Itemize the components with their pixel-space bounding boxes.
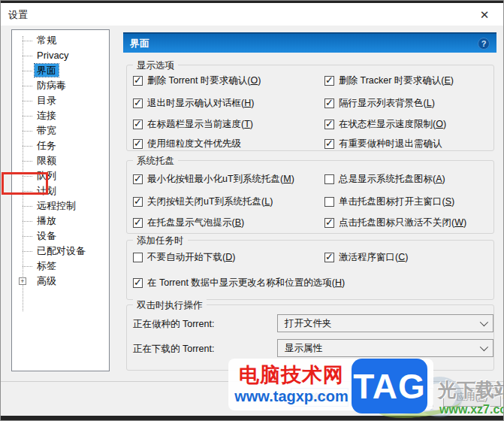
sidebar-item-label: Privacy xyxy=(35,49,71,62)
sidebar-item-directories[interactable]: 目录 xyxy=(12,93,109,108)
checkbox-checked-icon xyxy=(133,197,143,207)
watermark-right-site-text: 光下载站 xyxy=(438,377,504,402)
checkbox-checked-icon xyxy=(324,98,334,108)
checkbox-checked-icon xyxy=(324,139,334,149)
checkbox-checked-icon xyxy=(133,98,143,108)
group-display-options: 显示选项 删除 Torrent 时要求确认(O) 删除 Tracker 时要求确… xyxy=(126,65,494,151)
sidebar-item-quota[interactable]: 限额 xyxy=(12,153,109,168)
checkbox-label: 退出时显示确认对话框(H) xyxy=(147,97,254,110)
checkbox-confirm-delete-tracker[interactable]: 删除 Tracker 时要求确认(E) xyxy=(324,74,454,86)
sidebar-item-label: 高级 xyxy=(35,274,59,287)
checkbox-unchecked-icon xyxy=(133,253,143,262)
sidebar-item-label: 常规 xyxy=(35,34,59,47)
checkbox-checked-icon xyxy=(324,76,334,86)
group-title: 添加任务时 xyxy=(133,235,188,247)
help-icon[interactable]: ? xyxy=(478,38,490,50)
checkbox-checked-icon xyxy=(133,139,143,149)
checkbox-close-to-tray[interactable]: 关闭按钮关闭uT到系统托盘(L) xyxy=(133,195,273,207)
group-when-adding-tasks: 添加任务时 不要自动开始下载(D) 激活程序窗口(C) 在 Torrent 数据… xyxy=(126,240,494,300)
sidebar-item-label: 播放 xyxy=(35,214,59,227)
sidebar-item-label: 限额 xyxy=(35,154,59,167)
checkbox-minimize-to-tray[interactable]: 最小化按钮最小化uT到系统托盘(M) xyxy=(133,173,294,185)
checkbox-fine-grained-priority[interactable]: 使用细粒度文件优先级 xyxy=(133,138,241,150)
checkbox-label: 隔行显示列表背景色(L) xyxy=(339,97,435,110)
checkbox-speed-in-titlebar[interactable]: 在标题栏显示当前速度(T) xyxy=(133,118,253,130)
checkbox-always-show-tray-icon[interactable]: 总是显示系统托盘图标(A) xyxy=(324,173,445,185)
checkbox-checked-icon xyxy=(133,218,143,228)
sidebar-item-general[interactable]: 常规 xyxy=(12,33,109,48)
sidebar-item-label: 设备 xyxy=(35,229,59,242)
sidebar-item-remote[interactable]: 远程控制 xyxy=(12,198,109,214)
sidebar-item-antivirus[interactable]: 防病毒 xyxy=(12,78,109,93)
sidebar-item-advanced[interactable]: + 高级 xyxy=(12,274,109,289)
checkbox-label: 最小化按钮最小化uT到系统托盘(M) xyxy=(147,173,294,186)
sidebar-item-labels[interactable]: 标签 xyxy=(12,259,109,274)
checkbox-show-rename-options[interactable]: 在 Torrent 数据中显示更改名称和位置的选项(H) xyxy=(133,277,345,289)
select-value: 打开文件夹 xyxy=(285,317,332,330)
sidebar-item-label: 已配对设备 xyxy=(35,244,88,257)
panel-header: 界面 ? xyxy=(123,32,496,53)
group-title: 双击时执行操作 xyxy=(133,299,207,312)
checkbox-label: 在托盘显示气泡提示(B) xyxy=(147,217,244,229)
sidebar-item-paired-devices[interactable]: 已配对设备 xyxy=(12,244,109,259)
downloading-torrent-action-select[interactable]: 显示属性 xyxy=(277,339,493,357)
checkbox-checked-icon xyxy=(133,174,143,184)
titlebar: 设置 ✕ xyxy=(1,3,503,26)
checkbox-label: 在状态栏显示速度限制(O) xyxy=(339,118,446,131)
expand-plus-icon[interactable]: + xyxy=(19,277,26,285)
checkbox-label: 有重要做种时退出需确认 xyxy=(339,138,442,150)
checkbox-activate-program-window[interactable]: 激活程序窗口(C) xyxy=(324,251,408,263)
sidebar-item-label: 任务 xyxy=(35,139,59,152)
checkbox-label: 删除 Torrent 时要求确认(O) xyxy=(147,74,261,87)
checkbox-alternate-list-background[interactable]: 隔行显示列表背景色(L) xyxy=(324,97,435,109)
checkbox-label: 在 Torrent 数据中显示更改名称和位置的选项(H) xyxy=(147,277,345,289)
checkbox-checked-icon xyxy=(324,253,334,262)
sidebar-item-ui[interactable]: 界面 xyxy=(12,63,109,78)
checkbox-dont-start-automatically[interactable]: 不要自动开始下载(D) xyxy=(133,251,235,263)
downloading-torrent-label: 正在下载的 Torrent: xyxy=(133,343,214,356)
checkbox-confirm-exit-dialog[interactable]: 退出时显示确认对话框(H) xyxy=(133,97,254,109)
chevron-down-icon xyxy=(480,318,488,326)
select-value: 显示属性 xyxy=(285,342,322,355)
checkbox-label: 关闭按钮关闭uT到系统托盘(L) xyxy=(147,195,273,208)
checkbox-label: 激活程序窗口(C) xyxy=(339,251,408,264)
sidebar-item-privacy[interactable]: Privacy xyxy=(12,48,109,63)
checkbox-label: 删除 Tracker 时要求确认(E) xyxy=(339,74,454,87)
group-system-tray: 系统托盘 最小化按钮最小化uT到系统托盘(M) 总是显示系统托盘图标(A) 关闭… xyxy=(126,160,494,234)
sidebar-item-label: 带宽 xyxy=(35,124,59,137)
checkbox-checked-icon xyxy=(324,120,334,129)
window-bottom-edge xyxy=(1,416,503,420)
sidebar-item-connection[interactable]: 连接 xyxy=(12,108,109,123)
checkbox-unchecked-icon xyxy=(324,197,334,207)
watermark-card-text: 电脑技术网 www.tagxp.com xyxy=(228,359,355,410)
checkbox-label: 单击托盘图标打开主窗口(S) xyxy=(339,195,454,208)
checkbox-tray-activate-only[interactable]: 点击托盘图标只激活不关闭(W) xyxy=(324,217,466,229)
checkbox-balloon-tips[interactable]: 在托盘显示气泡提示(B) xyxy=(133,217,244,229)
checkbox-unchecked-icon xyxy=(324,174,334,184)
seeding-torrent-label: 正在做种的 Torrent: xyxy=(133,318,214,331)
settings-dialog: 设置 ✕ 常规 Privacy 界面 防病毒 目录 连接 带宽 任务 限额 队列… xyxy=(0,0,504,421)
panel-title: 界面 xyxy=(130,37,149,50)
checkbox-checked-icon xyxy=(133,120,143,129)
seeding-torrent-action-select[interactable]: 打开文件夹 xyxy=(277,314,493,332)
checkbox-speed-limit-statusbar[interactable]: 在状态栏显示速度限制(O) xyxy=(324,118,446,130)
close-icon[interactable]: ✕ xyxy=(476,8,493,23)
checkbox-label: 不要自动开始下载(D) xyxy=(147,251,235,264)
chevron-down-icon xyxy=(480,343,488,351)
checkbox-checked-icon xyxy=(324,218,334,228)
group-title: 显示选项 xyxy=(133,59,178,72)
checkbox-checked-icon xyxy=(133,278,143,288)
sidebar-item-label: 目录 xyxy=(35,94,59,107)
window-title: 设置 xyxy=(8,8,28,22)
sidebar-item-bandwidth[interactable]: 带宽 xyxy=(12,123,109,138)
checkbox-label: 在标题栏显示当前速度(T) xyxy=(147,118,253,131)
sidebar-item-playback[interactable]: 播放 xyxy=(12,214,109,229)
sidebar-item-label: 标签 xyxy=(35,259,59,272)
checkbox-single-click-open[interactable]: 单击托盘图标打开主窗口(S) xyxy=(324,195,454,207)
checkbox-checked-icon xyxy=(133,76,143,86)
sidebar-item-tasks[interactable]: 任务 xyxy=(12,138,109,153)
ui-settings-panel: 界面 ? 显示选项 删除 Torrent 时要求确认(O) 删除 Tracker… xyxy=(123,32,496,372)
checkbox-confirm-exit-seeding[interactable]: 有重要做种时退出需确认 xyxy=(324,138,442,150)
sidebar-item-devices[interactable]: 设备 xyxy=(12,229,109,244)
checkbox-confirm-delete-torrent[interactable]: 删除 Torrent 时要求确认(O) xyxy=(133,74,261,86)
